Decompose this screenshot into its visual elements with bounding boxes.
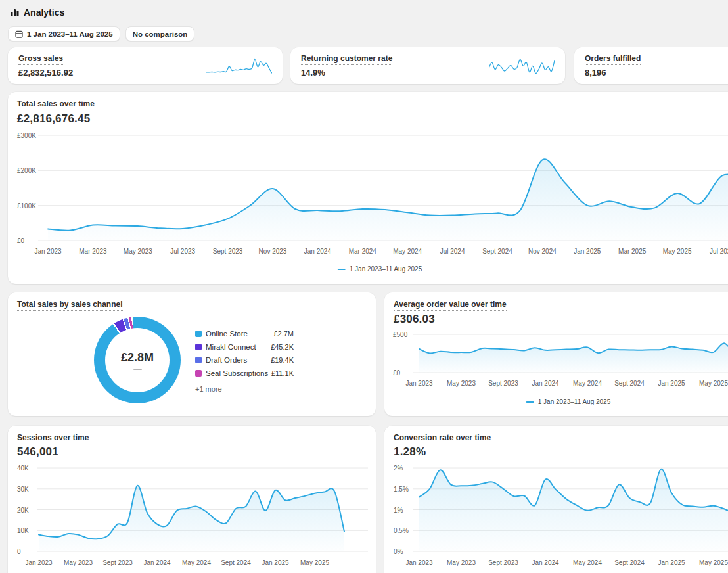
mirakl-connect-swatch-icon xyxy=(195,344,202,350)
page-header: Analytics xyxy=(11,7,64,18)
legend-label: 1 Jan 2023–11 Aug 2025 xyxy=(538,398,610,405)
returning-rate-value: 14.9% xyxy=(301,68,325,78)
gross-sales-sparkline xyxy=(206,58,272,75)
sales-by-channel-card: Total sales by sales channel £2.8M Onlin… xyxy=(8,292,376,416)
x-axis-label: Jan 2024 xyxy=(304,248,331,255)
x-axis-label: Jan 2024 xyxy=(143,559,170,566)
x-axis-label: May 2023 xyxy=(64,559,93,566)
x-axis-label: Mar 2024 xyxy=(349,248,376,255)
x-axis-label: Jan 2023 xyxy=(405,559,432,566)
x-axis-label: May 2023 xyxy=(447,380,476,387)
x-axis-label: Sept 2023 xyxy=(488,559,518,566)
x-axis-label: May 2024 xyxy=(182,559,211,566)
x-axis-label: Jan 2025 xyxy=(262,559,288,566)
legend-label: 1 Jan 2023–11 Aug 2025 xyxy=(350,265,422,273)
total-sales-card: Total sales over time £2,816,676.45 £300… xyxy=(8,92,728,284)
legend-label: Draft Orders xyxy=(206,356,271,364)
legend-dash-icon xyxy=(526,401,534,403)
sessions-chart: 40K30K20K10K0 Jan 2023May 2023Sept 2023J… xyxy=(8,426,376,573)
x-axis-label: May 2025 xyxy=(699,380,728,387)
comparison-dash-icon xyxy=(133,369,142,370)
comparison-label: No comparison xyxy=(133,30,188,38)
returning-rate-sparkline xyxy=(489,58,555,75)
legend-value: £19.4K xyxy=(271,356,294,364)
x-axis-label: Jan 2025 xyxy=(658,559,685,566)
x-axis-label: Sept 2024 xyxy=(221,559,251,566)
analytics-page: Analytics 1 Jan 2023–11 Aug 2025 No comp… xyxy=(0,0,728,573)
area-fill xyxy=(48,159,728,241)
x-axis-label: May 2025 xyxy=(699,559,728,566)
aov-chart: £500£0 Jan 2023May 2023Sept 2023Jan 2024… xyxy=(384,292,728,416)
y-axis-label: £200K xyxy=(17,167,36,174)
sparkline-line xyxy=(489,59,555,73)
sparkline-line xyxy=(206,59,272,73)
legend-label: Mirakl Connect xyxy=(206,343,271,351)
orders-fulfilled-value: 8,196 xyxy=(585,68,606,78)
y-axis-label: 20K xyxy=(17,506,29,513)
metric-card-orders-fulfilled: Orders fulfilled 8,196 xyxy=(574,47,728,84)
x-axis-label: Sept 2024 xyxy=(614,380,645,387)
more-channels-link[interactable]: +1 more xyxy=(195,385,294,393)
x-axis-label: May 2024 xyxy=(393,248,422,255)
x-axis-label: May 2025 xyxy=(663,248,692,255)
donut-hole: £2.8M xyxy=(105,328,170,392)
conversion-chart: 2%1.5%1%0.5%0% Jan 2023May 2023Sept 2023… xyxy=(384,426,728,573)
legend-label: Online Store xyxy=(206,330,273,338)
date-range-button[interactable]: 1 Jan 2023–11 Aug 2025 xyxy=(8,26,120,41)
conversion-card: Conversion rate over time 1.28% 2%1.5%1%… xyxy=(384,426,728,573)
conversion-plot xyxy=(413,468,728,551)
legend-item-online-store: Online Store £2.7M xyxy=(195,330,294,338)
legend-item-mirakl-connect: Mirakl Connect £45.2K xyxy=(195,343,294,351)
y-axis-label: £500 xyxy=(393,331,407,338)
sales-by-channel-title[interactable]: Total sales by sales channel xyxy=(17,300,123,311)
x-axis-label: Sept 2023 xyxy=(213,248,243,255)
x-axis-label: May 2024 xyxy=(573,559,602,566)
legend-label: Seal Subscriptions xyxy=(206,369,271,377)
date-range-label: 1 Jan 2023–11 Aug 2025 xyxy=(27,30,113,38)
legend-item-draft-orders: Draft Orders £19.4K xyxy=(195,356,294,364)
x-axis-label: Nov 2023 xyxy=(259,248,287,255)
gross-sales-title[interactable]: Gross sales xyxy=(18,54,63,65)
total_sales-plot xyxy=(38,135,728,241)
legend-value: £45.2K xyxy=(271,343,294,351)
x-axis-label: Mar 2023 xyxy=(79,248,106,255)
y-axis-label: 1% xyxy=(394,506,403,513)
y-axis-label: 40K xyxy=(17,465,29,472)
area-fill xyxy=(39,486,344,551)
y-axis-label: £0 xyxy=(17,237,24,244)
x-axis-label: May 2023 xyxy=(124,248,152,255)
x-axis-label: Jan 2023 xyxy=(34,248,61,255)
aov-legend: 1 Jan 2023–11 Aug 2025 xyxy=(526,398,610,405)
aov-plot xyxy=(413,334,728,373)
y-axis-label: 0% xyxy=(394,548,403,555)
sessions-plot xyxy=(37,468,368,551)
legend-item-seal-subscriptions: Seal Subscriptions £11.1K xyxy=(195,369,294,377)
y-axis-label: £0 xyxy=(393,369,400,377)
x-axis-label: Sept 2023 xyxy=(102,559,133,566)
orders-fulfilled-title[interactable]: Orders fulfilled xyxy=(585,54,641,65)
y-axis-label: £100K xyxy=(17,202,36,209)
x-axis-label: Jan 2023 xyxy=(405,380,432,387)
toolbar: 1 Jan 2023–11 Aug 2025 No comparison xyxy=(8,26,194,41)
seal-subscriptions-swatch-icon xyxy=(195,370,202,377)
sparkline-svg xyxy=(206,58,272,75)
area-fill xyxy=(419,343,728,373)
x-axis-label: May 2025 xyxy=(300,559,329,566)
x-axis-label: Jul 2024 xyxy=(440,248,465,255)
draft-orders-swatch-icon xyxy=(195,357,202,363)
legend-value: £2.7M xyxy=(273,330,294,338)
total-sales-legend: 1 Jan 2023–11 Aug 2025 xyxy=(338,265,422,273)
total-sales-chart: £300K£200K£100K£0 Jan 2023Mar 2023May 20… xyxy=(8,92,728,284)
x-axis-label: Jan 2024 xyxy=(532,559,558,566)
y-axis-label: 0 xyxy=(17,548,21,555)
legend-value: £11.1K xyxy=(271,369,294,377)
x-axis-label: Sept 2024 xyxy=(614,559,645,566)
online-store-swatch-icon xyxy=(195,331,202,337)
y-axis-label: 30K xyxy=(17,485,29,492)
comparison-button[interactable]: No comparison xyxy=(125,26,195,41)
x-axis-label: Sept 2023 xyxy=(488,380,518,387)
x-axis-label: Jan 2023 xyxy=(25,559,52,566)
x-axis-label: Jul 2023 xyxy=(170,248,195,255)
returning-rate-title[interactable]: Returning customer rate xyxy=(301,54,392,65)
x-axis-label: Nov 2024 xyxy=(528,248,557,255)
